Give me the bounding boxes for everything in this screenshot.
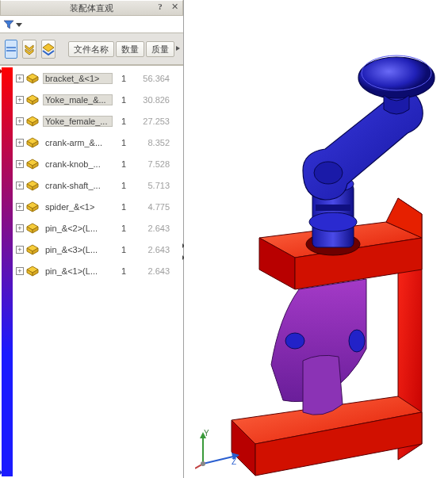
row-filename[interactable]: crank-knob_... — [43, 159, 113, 170]
tree-scroll[interactable]: +bracket_&<1>156.364+Yoke_male_&...130.8… — [14, 66, 183, 478]
expander-icon[interactable]: + — [16, 246, 24, 254]
svg-point-17 — [201, 461, 205, 466]
row-qty: 1 — [113, 95, 135, 105]
row-mass: 56.364 — [135, 74, 173, 83]
part-icon — [25, 94, 40, 106]
row-filename[interactable]: Yoke_male_&... — [43, 94, 113, 105]
tree-area: +bracket_&<1>156.364+Yoke_male_&...130.8… — [0, 65, 183, 478]
row-qty: 1 — [113, 266, 135, 276]
svg-point-4 — [349, 330, 365, 352]
expander-icon[interactable]: + — [16, 267, 24, 275]
row-mass: 7.528 — [135, 159, 173, 169]
svg-rect-0 — [6, 47, 16, 48]
svg-rect-7 — [316, 205, 350, 211]
row-mass: 2.643 — [135, 245, 173, 254]
expander-icon[interactable]: + — [16, 203, 24, 211]
filter-funnel-icon[interactable] — [3, 18, 14, 29]
row-qty: 1 — [113, 202, 135, 212]
part-icon — [25, 265, 40, 277]
row-qty: 1 — [113, 224, 135, 233]
row-qty: 1 — [113, 138, 135, 147]
row-mass: 8.352 — [135, 138, 173, 147]
col-filename[interactable]: 文件名称 — [68, 41, 114, 57]
expander-icon[interactable]: + — [16, 139, 24, 147]
expander-icon[interactable]: + — [16, 182, 24, 189]
filter-dropdown-icon[interactable] — [16, 20, 22, 29]
panel-toolbar: 文件名称 数量 质量 — [0, 33, 183, 65]
table-row[interactable]: +crank-arm_&...18.352 — [14, 132, 183, 153]
row-filename[interactable]: crank-arm_&... — [43, 137, 113, 148]
expander-icon[interactable]: + — [16, 117, 24, 125]
gradient-tick-bottom — [0, 468, 6, 476]
expander-icon[interactable]: + — [16, 75, 24, 82]
mass-gradient-bar — [2, 67, 13, 476]
row-mass: 2.643 — [135, 266, 173, 276]
row-mass: 5.713 — [135, 181, 173, 190]
table-row[interactable]: +crank-knob_...17.528 — [14, 153, 183, 174]
table-row[interactable]: +pin_&<2>(L...12.643 — [14, 217, 183, 239]
part-icon — [25, 136, 40, 149]
row-filename[interactable]: bracket_&<1> — [43, 73, 113, 84]
feature-panel: 装配体直观 ? ✕ 文件名称 数量 质量 — [0, 0, 184, 478]
row-filename[interactable]: crank-shaft_... — [43, 180, 113, 191]
help-icon[interactable]: ? — [154, 2, 167, 14]
table-row[interactable]: +spider_&<1>14.775 — [14, 196, 183, 217]
row-filename[interactable]: spider_&<1> — [43, 201, 113, 212]
row-qty: 1 — [113, 245, 135, 254]
row-filename[interactable]: Yoke_female_... — [43, 116, 113, 127]
table-row[interactable]: +Yoke_female_...127.253 — [14, 110, 183, 132]
svg-point-3 — [285, 333, 304, 349]
view-flat-button[interactable] — [5, 40, 17, 59]
row-qty: 1 — [113, 117, 135, 126]
part-icon — [25, 201, 40, 213]
gradient-tick-top — [0, 67, 6, 75]
table-row[interactable]: +crank-shaft_...15.713 — [14, 174, 183, 196]
row-filename[interactable]: pin_&<3>(L... — [43, 244, 113, 255]
expander-icon[interactable]: + — [16, 96, 24, 104]
view-nested-button[interactable] — [22, 40, 36, 59]
view-grouped-button[interactable] — [41, 40, 56, 59]
col-qty[interactable]: 数量 — [116, 41, 144, 57]
svg-point-10 — [358, 57, 435, 98]
column-headers: 文件名称 数量 质量 — [68, 41, 181, 57]
row-filename[interactable]: pin_&<2>(L... — [43, 223, 113, 234]
part-icon — [25, 222, 40, 235]
part-icon — [25, 243, 40, 256]
svg-point-9 — [314, 162, 343, 184]
part-icon — [25, 115, 40, 128]
row-filename[interactable]: pin_&<1>(L... — [43, 266, 113, 277]
axis-y-label: Y — [204, 429, 209, 438]
col-mass[interactable]: 质量 — [146, 41, 174, 57]
part-icon — [25, 72, 40, 85]
table-row[interactable]: +bracket_&<1>156.364 — [14, 67, 183, 89]
part-icon — [25, 179, 40, 192]
viewport[interactable]: Y Z — [184, 0, 448, 478]
expander-icon[interactable]: + — [16, 160, 24, 168]
table-row[interactable]: +pin_&<3>(L...12.643 — [14, 239, 183, 260]
axis-z-label: Z — [232, 457, 236, 466]
panel-title-text: 装配体直观 — [70, 2, 113, 14]
filter-row — [0, 16, 183, 33]
col-overflow-icon[interactable] — [176, 44, 181, 55]
orientation-triad: Y Z — [195, 432, 243, 472]
row-mass: 27.253 — [135, 117, 173, 126]
panel-title-bar: 装配体直观 ? ✕ — [0, 0, 183, 16]
row-mass: 30.826 — [135, 95, 173, 105]
row-mass: 4.775 — [135, 202, 173, 212]
row-qty: 1 — [113, 181, 135, 190]
svg-point-8 — [309, 212, 357, 231]
close-icon[interactable]: ✕ — [168, 2, 181, 14]
row-mass: 2.643 — [135, 224, 173, 233]
svg-rect-1 — [6, 50, 16, 52]
expander-icon[interactable]: + — [16, 224, 24, 232]
row-qty: 1 — [113, 159, 135, 169]
table-row[interactable]: +Yoke_male_&...130.826 — [14, 89, 183, 110]
table-row[interactable]: +pin_&<1>(L...12.643 — [14, 260, 183, 281]
part-icon — [25, 158, 40, 170]
row-qty: 1 — [113, 74, 135, 83]
tree-list: +bracket_&<1>156.364+Yoke_male_&...130.8… — [14, 66, 183, 281]
